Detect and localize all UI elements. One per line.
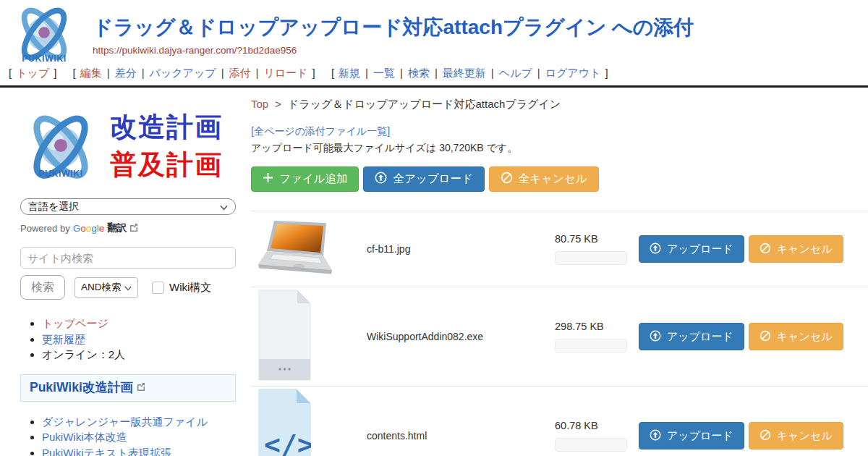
- nav-link-edit[interactable]: 編集: [80, 67, 102, 79]
- breadcrumb-home-link[interactable]: Top: [251, 98, 268, 110]
- nav-link-search[interactable]: 検索: [408, 67, 430, 79]
- list-item: オンライン：2人: [42, 347, 250, 363]
- sidebar-link-text-extension[interactable]: PukiWikiテキスト表現拡張: [42, 447, 171, 456]
- add-files-button[interactable]: ファイル追加: [251, 166, 359, 192]
- sidebar-banner-logo[interactable]: PUKIWIKI 改造計画 普及計画: [20, 106, 237, 187]
- nav-link-recent[interactable]: 最終更新: [443, 67, 486, 79]
- upload-label: アップロード: [667, 330, 733, 344]
- laptop-photo-thumbnail: [258, 219, 339, 279]
- nav-group-site: [新規|一覧|検索|最終更新|ヘルプ|ログアウト]: [328, 67, 611, 79]
- file-row: WikiSupportAddin082.exe 298.75 KB アップロード…: [251, 287, 868, 386]
- cancel-button[interactable]: キャンセル: [749, 235, 843, 263]
- nav-link-help[interactable]: ヘルプ: [499, 67, 532, 79]
- upload-all-label: 全アップロード: [393, 172, 472, 187]
- language-select[interactable]: 言語を選択: [20, 198, 236, 215]
- nav-separator: |: [221, 67, 224, 79]
- breadcrumb-separator: >: [275, 98, 281, 110]
- search-button[interactable]: 検索: [20, 275, 65, 300]
- pukiwiki-logo[interactable]: PUKIWIKI: [9, 6, 80, 64]
- pukiwiki-brand-text: PUKIWIKI: [38, 169, 83, 179]
- search-mode-select[interactable]: AND検索: [75, 277, 138, 298]
- upload-label: アップロード: [667, 242, 733, 256]
- progress-bar: [555, 251, 627, 265]
- nav-link-list[interactable]: 一覧: [373, 67, 395, 79]
- translate-link[interactable]: 翻訳: [107, 221, 127, 235]
- search-controls: 検索 AND検索 Wiki構文: [20, 275, 250, 300]
- pukiwiki-brand-text: PUKIWIKI: [22, 54, 67, 64]
- nav-bracket: ]: [54, 67, 56, 79]
- ban-icon: [760, 429, 771, 443]
- sidebar-quick-links: トップページ 更新履歴 オンライン：2人: [30, 316, 250, 363]
- file-size: 80.75 KB: [555, 233, 631, 245]
- sidebar: PUKIWIKI 改造計画 普及計画 言語を選択 Powered by Goog…: [0, 88, 250, 456]
- list-item: PukiWikiテキスト表現拡張: [42, 445, 247, 456]
- sidebar-section-heading[interactable]: PukiWiki改造計画: [20, 374, 236, 402]
- breadcrumb-current: ドラッグ＆ドロップアップロード対応attachプラグイン: [288, 98, 561, 110]
- upload-icon: [650, 330, 661, 344]
- nav-link-diff[interactable]: 差分: [115, 67, 137, 79]
- list-item: トップページ: [42, 316, 250, 332]
- ban-icon: [760, 242, 771, 256]
- add-files-label: ファイル追加: [279, 172, 347, 187]
- upload-all-button[interactable]: 全アップロード: [363, 166, 484, 192]
- generic-file-icon: [258, 290, 311, 384]
- upload-button[interactable]: アップロード: [639, 235, 744, 263]
- main-content: Top>ドラッグ＆ドロップアップロード対応attachプラグイン [全ページの添…: [250, 88, 868, 456]
- nav-separator: |: [435, 67, 438, 79]
- svg-text:</>: </>: [264, 428, 311, 456]
- max-upload-size-text: アップロード可能最大ファイルサイズは 30,720KB です。: [251, 142, 868, 155]
- navbar: [トップ] [編集|差分|バックアップ|添付|リロード] [新規|一覧|検索|最…: [0, 64, 868, 85]
- upload-button[interactable]: アップロード: [639, 422, 744, 449]
- site-search-input[interactable]: [20, 247, 236, 269]
- sidebar-link-common-files[interactable]: ダジャレンジャー版共通ファイル: [42, 415, 208, 428]
- nav-link-top[interactable]: トップ: [16, 67, 49, 79]
- sidebar-link-top-page[interactable]: トップページ: [42, 317, 109, 329]
- all-attachments-link[interactable]: [全ページの添付ファイル一覧]: [251, 125, 390, 138]
- cancel-label: キャンセル: [777, 330, 833, 344]
- online-count-text: オンライン：2人: [42, 348, 125, 360]
- file-name: contents.html: [367, 430, 555, 442]
- nav-bracket: [: [9, 67, 12, 79]
- nav-separator: |: [365, 67, 368, 79]
- nav-link-logout[interactable]: ログアウト: [545, 67, 601, 79]
- cancel-button[interactable]: キャンセル: [749, 422, 843, 449]
- chevron-down-icon: [124, 282, 132, 293]
- nav-bracket: ]: [605, 67, 608, 79]
- google-logo: Google: [73, 223, 105, 234]
- chevron-down-icon: [220, 201, 228, 213]
- list-item: ダジャレンジャー版共通ファイル: [42, 414, 247, 430]
- page-url-link[interactable]: https://pukiwiki.dajya-ranger.com/?1bd2d…: [93, 45, 297, 56]
- nav-link-new[interactable]: 新規: [339, 67, 360, 79]
- plus-icon: [263, 172, 273, 186]
- list-item: 更新履歴: [42, 332, 250, 347]
- site-header: PUKIWIKI ドラッグ＆ドロップアップロード対応attachプラグイン への…: [0, 0, 868, 64]
- nav-group-page: [編集|差分|バックアップ|添付|リロード]: [70, 67, 318, 79]
- ban-icon: [501, 172, 513, 187]
- nav-link-attach[interactable]: 添付: [229, 67, 251, 79]
- nav-separator: |: [491, 67, 494, 79]
- nav-separator: |: [107, 67, 110, 79]
- nav-bracket: [: [73, 67, 76, 79]
- sidebar-link-update-history[interactable]: 更新履歴: [42, 333, 85, 345]
- nav-bracket: [: [331, 67, 334, 79]
- cancel-button[interactable]: キャンセル: [749, 323, 843, 350]
- external-link-icon: [137, 379, 145, 394]
- section-heading-link[interactable]: PukiWiki改造計画: [30, 379, 133, 396]
- nav-separator: |: [256, 67, 259, 79]
- upload-button[interactable]: アップロード: [639, 323, 744, 350]
- upload-label: アップロード: [667, 429, 733, 443]
- file-size: 60.78 KB: [555, 420, 631, 431]
- sidebar-link-core-mod[interactable]: PukiWiki本体改造: [42, 431, 127, 443]
- banner-text-line1: 改造計画: [110, 109, 223, 146]
- google-translate-credit: Powered by Google 翻訳: [20, 221, 250, 235]
- banner-text-line2: 普及計画: [110, 146, 223, 184]
- list-item: PukiWiki本体改造: [42, 429, 247, 445]
- nav-link-backup[interactable]: バックアップ: [150, 67, 216, 79]
- sidebar-plugin-links: ダジャレンジャー版共通ファイル PukiWiki本体改造 PukiWikiテキス…: [30, 414, 247, 456]
- cancel-all-button[interactable]: 全キャンセル: [489, 166, 599, 192]
- nav-link-reload[interactable]: リロード: [263, 67, 307, 79]
- upload-file-list: cf-b11.jpg 80.75 KB アップロード キャンセル: [251, 211, 868, 456]
- wiki-syntax-checkbox[interactable]: [152, 282, 164, 294]
- file-name: cf-b11.jpg: [367, 243, 555, 255]
- upload-icon: [375, 172, 387, 187]
